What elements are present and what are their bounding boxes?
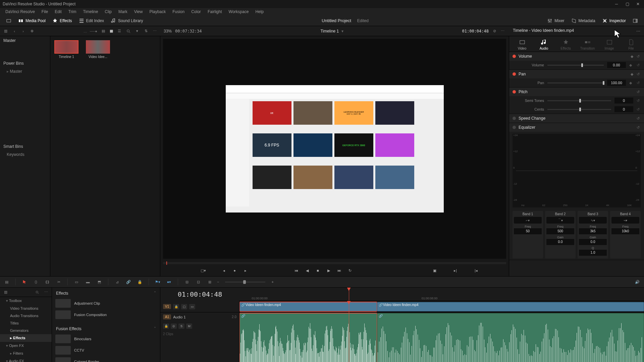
pan-reset-btn[interactable]: ↺ [637, 81, 641, 85]
a1-lock[interactable]: 🔒 [163, 323, 169, 329]
zoom-custom[interactable]: ⊞ [206, 278, 214, 286]
semitones-value[interactable]: 0 [614, 98, 633, 104]
smartbin-keywords[interactable]: Keywords [0, 151, 50, 158]
playhead[interactable] [349, 288, 349, 301]
play-button[interactable]: ▶ [325, 267, 332, 274]
speed-toggle[interactable] [513, 117, 516, 120]
timeline-view-options[interactable]: ▤ [3, 278, 11, 286]
monitor-audio-button[interactable]: 🔊 [633, 278, 641, 286]
menu-playback[interactable]: Playback [146, 9, 169, 14]
powerbin-master[interactable]: ▸ Master [0, 68, 50, 75]
menu-trim[interactable]: Trim [65, 9, 80, 14]
volume-reset-icon[interactable]: ↺ [637, 54, 641, 58]
fx-cat-toolbox[interactable]: Toolbox [0, 297, 52, 305]
eq-band2-shape[interactable]: ⌒ ▾ [546, 217, 574, 224]
eq-toggle[interactable] [513, 126, 516, 129]
fx-item-coloredborder[interactable]: Colored Border [53, 356, 159, 362]
insert-clip-button[interactable]: ▭ [72, 278, 80, 286]
v1-lock[interactable]: 🔒 [173, 304, 179, 309]
prev-edit-button[interactable]: |◂ [473, 267, 480, 274]
expand-inspector-button[interactable] [629, 16, 641, 25]
zoom-detail[interactable]: ⊡ [194, 278, 202, 286]
a1-clip-2[interactable]: 🔗 🔗Video Ideen finden.mp4 [377, 313, 644, 362]
a1-clip-1[interactable]: 🔗 🔗Video Ideen finden.mp4 [239, 313, 377, 362]
fx-collapse-2[interactable]: ˄ [154, 326, 156, 331]
timeline-content[interactable]: 🔗Video Ideen finden.mp4 🔗Video Ideen fin… [239, 301, 644, 362]
eq-band2-gain[interactable]: 0.0 [546, 239, 574, 245]
pitch-reset-icon[interactable]: ↺ [637, 90, 641, 94]
a1-mute[interactable]: M [186, 323, 192, 329]
semitones-reset-btn[interactable]: ↺ [637, 99, 641, 103]
playhead-line[interactable] [349, 301, 349, 362]
zoom-minus[interactable]: − [217, 280, 219, 284]
pitch-header[interactable]: Pitch ↺ [509, 87, 644, 96]
timeline-name-caret-icon[interactable]: ▾ [341, 29, 343, 34]
next-frame-arrow[interactable]: ▸ [242, 267, 249, 274]
fx-item-cctv[interactable]: CCTV [53, 345, 159, 356]
trim-tool[interactable]: ⟨⟩ [32, 278, 40, 286]
pitch-toggle[interactable] [513, 90, 516, 94]
selection-tool[interactable] [20, 278, 29, 286]
source-timecode[interactable]: 00:07:32:34 [175, 29, 202, 34]
pan-reset-icon[interactable]: ↺ [637, 72, 641, 76]
fx-cat-generators[interactable]: Generators [0, 327, 52, 334]
replace-clip-button[interactable]: ⬒ [95, 278, 103, 286]
volume-header[interactable]: Volume ◆ ↺ [509, 52, 644, 61]
search-bin-button[interactable] [125, 28, 131, 34]
record-timecode[interactable]: 01:00:04:48 [462, 29, 489, 34]
cents-slider[interactable] [547, 109, 611, 110]
first-frame-button[interactable]: ⏮ [293, 267, 300, 274]
options-button[interactable]: ⋯ [152, 28, 158, 34]
timeline-name[interactable]: Timeline 1 [320, 29, 339, 34]
sort-caret[interactable]: ▾ [134, 28, 140, 34]
fx-cat-titles[interactable]: Titles [0, 319, 52, 327]
minimize-button[interactable]: ─ [613, 2, 620, 6]
marker-button[interactable]: ●▾ [165, 278, 173, 286]
volume-value[interactable]: 0.00 [607, 62, 626, 68]
fx-toggle-panel[interactable]: ▥ [3, 289, 9, 295]
metaview-btn[interactable]: ▤ [100, 28, 107, 35]
v1-clip-1[interactable]: 🔗Video Ideen finden.mp4 [239, 302, 377, 311]
menu-help[interactable]: Help [252, 9, 267, 14]
bypass-fx-button[interactable]: ⊘ [491, 28, 497, 34]
fx-item-binoculars[interactable]: Binoculars [53, 333, 159, 345]
eq-graph[interactable]: +24+120-12-24 +24+120-12-24 Hz622501K4K1… [513, 134, 641, 207]
eq-band3-freq[interactable]: 3k5 [579, 228, 607, 234]
fx-cat-audiotrans[interactable]: Audio Transitions [0, 312, 52, 319]
v1-badge[interactable]: V1 [163, 304, 171, 309]
fx-item-adjustment[interactable]: Adjustment Clip [53, 298, 159, 309]
lock-button[interactable]: 🔒 [136, 278, 144, 286]
pan-keyframe-icon[interactable]: ◆ [631, 72, 635, 76]
semitones-slider[interactable] [547, 100, 611, 101]
inspector-tab-audio[interactable]: Audio [534, 39, 554, 50]
eq-band1-freq[interactable]: 50 [514, 228, 542, 234]
smart-bins-header[interactable]: Smart Bins [0, 142, 50, 151]
pan-value[interactable]: 100.00 [607, 80, 626, 86]
media-pool-button[interactable]: Media Pool [15, 16, 49, 25]
menu-edit[interactable]: Edit [51, 9, 65, 14]
volume-toggle[interactable] [513, 55, 516, 58]
zoom-out-extents[interactable]: ⊟ [183, 278, 191, 286]
eq-band3-q[interactable]: 1.0 [579, 250, 607, 256]
timeline-timecode[interactable]: 01:00:04:48 [160, 288, 239, 301]
nav-fwd[interactable]: › [20, 28, 26, 34]
fx-cat-audiofx[interactable]: Audio FX [0, 357, 52, 362]
fx-item-fusioncomp[interactable]: Fusion Composition [53, 309, 159, 320]
viewer-options-button[interactable]: ⋯ [499, 28, 505, 34]
v1-auto[interactable]: ▭ [189, 304, 195, 309]
eq-band1-shape[interactable]: ⌐ ▾ [514, 217, 542, 224]
menu-mark[interactable]: Mark [115, 9, 131, 14]
metadata-button[interactable]: Metadata [568, 16, 599, 25]
dynamic-trim-tool[interactable]: ⟪⟫ [43, 278, 51, 286]
in-out-dropdown[interactable]: ▢▾ [200, 267, 207, 274]
pan-header[interactable]: Pan ◆ ↺ [509, 70, 644, 78]
clip-thumb-videoidee[interactable]: Video Idee... [86, 40, 110, 59]
inspector-button[interactable]: Inspector [599, 16, 629, 25]
snap-button[interactable]: ⊿ [113, 278, 121, 286]
eq-band2-freq[interactable]: 500 [546, 228, 574, 234]
master-bin[interactable]: Master [0, 36, 50, 45]
pan-slider[interactable] [547, 82, 604, 83]
viewer-zoom[interactable]: 33% [164, 29, 172, 34]
volume-slider[interactable] [547, 65, 604, 66]
menu-davinci[interactable]: DaVinci Resolve [2, 9, 38, 14]
